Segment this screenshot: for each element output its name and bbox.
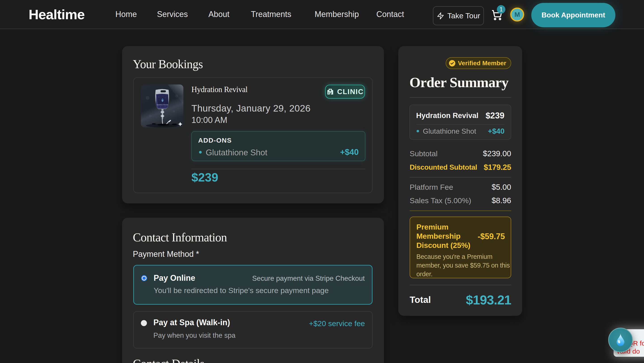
svg-text:Hydration Revival: Hydration Revival — [156, 104, 168, 106]
